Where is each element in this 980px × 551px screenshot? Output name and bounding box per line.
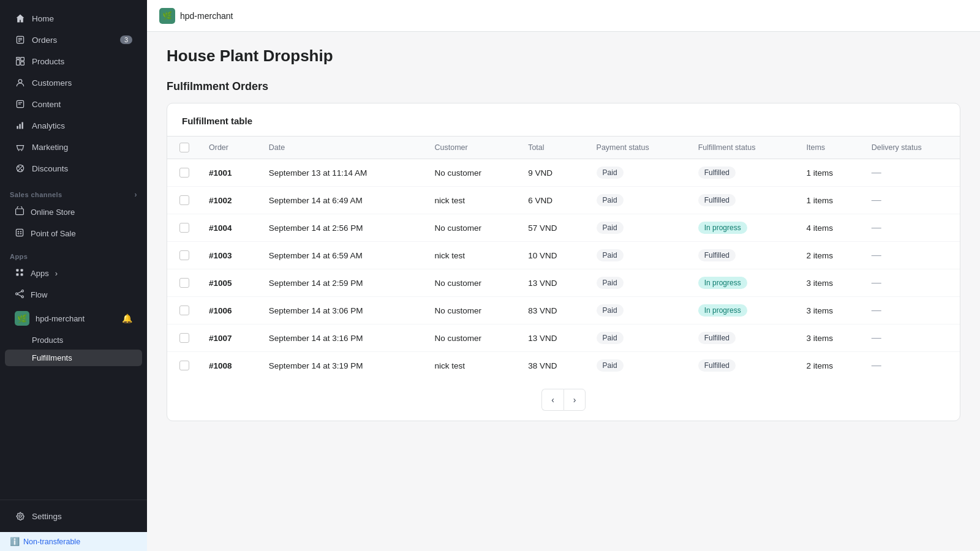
svg-rect-13	[19, 124, 20, 129]
svg-rect-7	[17, 58, 20, 59]
sidebar-label-products: Products	[32, 57, 64, 66]
row-delivery-status: —	[862, 187, 960, 214]
row-checkbox-cell	[167, 214, 199, 242]
row-checkbox[interactable]	[179, 168, 189, 178]
merchant-name: hpd-merchant	[36, 314, 85, 323]
row-payment-status: Paid	[587, 324, 688, 352]
fulfillment-status-badge: Fulfilled	[698, 249, 736, 261]
row-items: 1 items	[797, 159, 862, 187]
row-total: 13 VND	[518, 269, 586, 297]
svg-point-8	[18, 80, 22, 83]
table-row[interactable]: #1003 September 14 at 6:59 AM nick test …	[167, 242, 960, 269]
info-icon: ℹ️	[10, 537, 20, 546]
row-items: 2 items	[797, 352, 862, 380]
pagination-prev[interactable]: ‹	[541, 389, 564, 411]
merchant-sub-products-label: Products	[32, 335, 63, 345]
svg-point-17	[18, 166, 19, 167]
pagination-next[interactable]: ›	[564, 389, 586, 411]
sidebar-item-discounts[interactable]: Discounts	[5, 158, 142, 179]
row-checkbox[interactable]	[179, 223, 189, 233]
table-row[interactable]: #1001 September 13 at 11:14 AM No custom…	[167, 159, 960, 187]
row-delivery-status: —	[862, 297, 960, 324]
payment-status-badge: Paid	[597, 359, 624, 372]
sidebar-label-apps: Apps	[31, 269, 49, 278]
row-items: 1 items	[797, 187, 862, 214]
table-row[interactable]: #1008 September 14 at 3:19 PM nick test …	[167, 352, 960, 380]
row-checkbox[interactable]	[179, 195, 189, 205]
row-total: 38 VND	[518, 352, 586, 380]
sidebar-item-point-of-sale[interactable]: Point of Sale	[5, 223, 142, 244]
sidebar-item-content[interactable]: Content	[5, 94, 142, 114]
row-order: #1004	[199, 214, 259, 242]
row-payment-status: Paid	[587, 214, 688, 242]
sidebar-item-orders[interactable]: Orders 3	[5, 29, 142, 50]
row-payment-status: Paid	[587, 159, 688, 187]
top-bar: 🌿 hpd-merchant	[147, 0, 980, 32]
table-row[interactable]: #1002 September 14 at 6:49 AM nick test …	[167, 187, 960, 214]
sidebar-item-settings[interactable]: Settings	[5, 506, 142, 527]
row-total: 13 VND	[518, 324, 586, 352]
sidebar-item-customers[interactable]: Customers	[5, 72, 142, 93]
row-total: 9 VND	[518, 159, 586, 187]
merchant-item[interactable]: 🌿 hpd-merchant 🔔	[5, 306, 142, 331]
sidebar-item-apps[interactable]: Apps ›	[5, 263, 142, 283]
payment-status-badge: Paid	[597, 332, 624, 344]
svg-rect-27	[16, 269, 18, 271]
col-items: Items	[797, 137, 862, 159]
fulfillment-status-badge: Fulfilled	[698, 332, 736, 344]
svg-rect-21	[16, 209, 24, 215]
row-checkbox[interactable]	[179, 250, 189, 260]
svg-rect-28	[21, 269, 23, 271]
delivery-status-dash: —	[872, 360, 881, 370]
row-checkbox[interactable]	[179, 278, 189, 288]
row-date: September 14 at 6:49 AM	[259, 187, 425, 214]
row-delivery-status: —	[862, 324, 960, 352]
row-checkbox-cell	[167, 159, 199, 187]
row-date: September 14 at 6:59 AM	[259, 242, 425, 269]
row-checkbox[interactable]	[179, 305, 189, 315]
row-payment-status: Paid	[587, 352, 688, 380]
top-bar-merchant-icon: 🌿	[159, 8, 175, 24]
sales-channels-chevron[interactable]: ›	[135, 190, 137, 199]
table-row[interactable]: #1007 September 14 at 3:16 PM No custome…	[167, 324, 960, 352]
row-order: #1008	[199, 352, 259, 380]
payment-status-badge: Paid	[597, 277, 624, 289]
merchant-sub-fulfillments[interactable]: Fulfillments	[5, 350, 142, 366]
table-row[interactable]: #1006 September 14 at 3:06 PM No custome…	[167, 297, 960, 324]
merchant-sub-products[interactable]: Products	[5, 332, 142, 348]
sidebar-item-flow[interactable]: Flow	[5, 285, 142, 305]
sidebar-item-home[interactable]: Home	[5, 8, 142, 29]
row-order: #1003	[199, 242, 259, 269]
select-all-checkbox[interactable]	[179, 143, 189, 152]
delivery-status-dash: —	[872, 250, 881, 260]
row-delivery-status: —	[862, 352, 960, 380]
row-delivery-status: —	[862, 159, 960, 187]
sidebar-item-products[interactable]: Products	[5, 51, 142, 72]
row-checkbox[interactable]	[179, 361, 189, 370]
row-total: 83 VND	[518, 297, 586, 324]
content-icon	[15, 99, 26, 110]
table-row[interactable]: #1005 September 14 at 2:59 PM No custome…	[167, 269, 960, 297]
sidebar-label-analytics: Analytics	[32, 121, 65, 130]
row-fulfillment-status: Fulfilled	[688, 324, 797, 352]
sidebar: Home Orders 3 Products Customers Conte	[0, 0, 147, 551]
row-checkbox[interactable]	[179, 333, 189, 343]
svg-rect-22	[16, 229, 23, 236]
sidebar-item-marketing[interactable]: Marketing	[5, 137, 142, 157]
svg-point-32	[21, 290, 23, 292]
row-customer: No customer	[425, 269, 519, 297]
svg-line-35	[18, 294, 21, 296]
bell-icon[interactable]: 🔔	[122, 313, 132, 323]
online-store-icon	[15, 206, 24, 218]
sidebar-label-flow: Flow	[31, 290, 47, 299]
delivery-status-dash: —	[872, 222, 881, 233]
customers-icon	[15, 77, 26, 88]
sidebar-item-online-store[interactable]: Online Store	[5, 202, 142, 222]
delivery-status-dash: —	[872, 167, 881, 178]
table-row[interactable]: #1004 September 14 at 2:56 PM No custome…	[167, 214, 960, 242]
svg-rect-5	[21, 58, 24, 61]
svg-rect-14	[21, 122, 23, 129]
row-total: 6 VND	[518, 187, 586, 214]
sidebar-item-analytics[interactable]: Analytics	[5, 115, 142, 136]
marketing-icon	[15, 141, 26, 152]
